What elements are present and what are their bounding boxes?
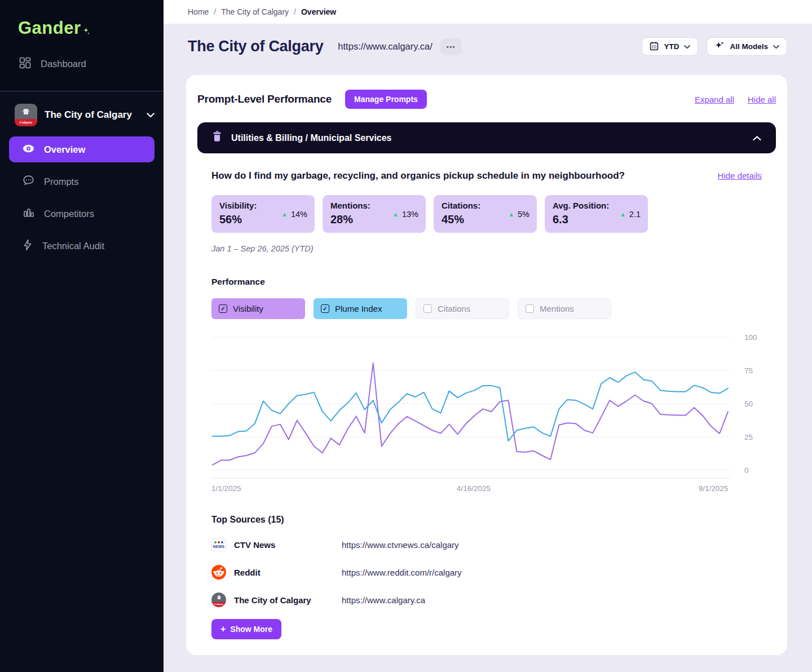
expand-all-link[interactable]: Expand all [695,95,734,104]
breadcrumb-separator: / [294,7,296,16]
sidebar-item-overview[interactable]: Overview [9,136,155,162]
svg-text:75: 75 [744,366,753,375]
toggle-label: Plume Index [335,304,382,313]
eye-icon [23,144,34,155]
models-select-button[interactable]: All Models [707,37,787,56]
ctv-news-icon: NEWS [211,538,226,551]
metric-delta-value: 13% [402,210,418,219]
metric-card-mentions: Mentions: 28% ▲13% [323,195,426,233]
chevron-down-icon [773,42,779,51]
breadcrumb-separator: / [214,7,216,16]
breadcrumb: Home / The City of Calgary / Overview [164,0,812,24]
metric-label: Avg. Position: [553,201,640,210]
x-tick-label: 9/1/2025 [699,484,729,493]
svg-text:0: 0 [744,466,749,475]
chevron-up-icon[interactable] [753,133,761,143]
logo-sparkle-icon [82,19,90,39]
metric-card-visibility: Visibility: 56% ▲14% [211,195,315,233]
triangle-up-icon: ▲ [620,211,626,218]
x-tick-label: 4/16/2025 [457,484,491,493]
metric-label: Visibility: [219,201,307,210]
source-name: Reddit [234,568,342,577]
calendar-icon [650,41,659,52]
breadcrumb-org[interactable]: The City of Calgary [221,7,289,16]
metric-delta-value: 2.1 [629,210,641,219]
date-range-note: Jan 1 – Sep 26, 2025 (YTD) [211,244,762,253]
org-selector[interactable]: Calgary The City of Calgary [15,104,155,126]
sidebar-item-label: Prompts [44,176,78,187]
checkbox-unchecked-icon [526,304,534,313]
metric-card-avg-position: Avg. Position: 6.3 ▲2.1 [545,195,648,233]
card-title: Prompt-Level Performance [197,93,332,105]
hide-all-link[interactable]: Hide all [748,95,776,104]
toggle-chip-2[interactable]: Citations [416,298,509,319]
page-title: The City of Calgary [188,38,323,55]
source-name: CTV News [234,540,342,550]
source-row-calgary: Calgary The City of Calgary https://www.… [211,592,762,608]
dashboard-grid-icon [19,57,31,71]
calgary-badge-text: Calgary [15,119,37,126]
sidebar-item-dashboard[interactable]: Dashboard [0,52,164,76]
performance-line-chart: 0255075100 1/1/2025 4/16/2025 9/1/2025 [211,334,775,496]
sidebar-item-competitors[interactable]: Competitors [9,201,155,227]
show-more-button[interactable]: + Show More [211,619,281,639]
chevron-down-icon [147,110,155,120]
source-url[interactable]: https://www.ctvnews.ca/calgary [342,540,459,550]
more-options-button[interactable]: ••• [440,38,462,55]
svg-text:100: 100 [744,334,757,342]
checkbox-checked-icon: ✓ [321,304,329,313]
question-row: How do I find my garbage, recycling, and… [211,170,762,182]
sidebar-top-section: Gander Dashboard [0,0,164,91]
sidebar-item-label: Dashboard [41,59,86,69]
period-label: YTD [664,42,679,51]
prompt-performance-card: Prompt-Level Performance Manage Prompts … [186,75,787,655]
metric-card-citations: Citations: 45% ▲5% [434,195,537,233]
triangle-up-icon: ▲ [508,211,514,218]
chart-plot: 0255075100 [211,334,767,479]
prompt-question: How do I find my garbage, recycling, and… [211,170,625,182]
toggle-chip-1[interactable]: ✓ Plume Index [314,298,407,319]
source-url[interactable]: https://www.reddit.com/r/calgary [342,568,462,577]
x-tick-label: 1/1/2025 [211,484,241,493]
calgary-org-icon: Calgary [15,104,37,126]
main-area: Home / The City of Calgary / Overview Th… [164,0,812,672]
metric-label: Mentions: [330,201,418,210]
calgary-icon: Calgary [211,593,226,607]
org-name: The City of Calgary [45,109,139,121]
page-header: The City of Calgary https://www.calgary.… [188,37,787,56]
toggle-chip-3[interactable]: Mentions [518,298,611,319]
metrics-row: Visibility: 56% ▲14% Mentions: 28% ▲13% … [211,195,762,233]
breadcrumb-current: Overview [301,7,336,16]
sidebar-item-prompts[interactable]: Prompts [9,169,155,194]
triangle-up-icon: ▲ [392,211,399,218]
sparkle-icon [714,41,725,52]
app-logo: Gander [0,0,164,39]
chevron-down-icon [684,42,690,51]
speech-bubble-icon [23,175,34,188]
sidebar-nav: Overview Prompts Competitors [9,136,155,259]
chart-x-axis: 1/1/2025 4/16/2025 9/1/2025 [211,484,775,496]
sidebar-item-technical-audit[interactable]: Technical Audit [9,233,155,259]
series-toggles: ✓ Visibility ✓ Plume Index Citations Men… [211,298,762,319]
svg-text:25: 25 [744,433,753,441]
source-url[interactable]: https://www.calgary.ca [342,595,425,605]
ellipsis-icon: ••• [447,43,456,50]
metric-delta-value: 5% [518,210,529,219]
checkbox-unchecked-icon [423,304,432,313]
breadcrumb-home[interactable]: Home [188,7,209,16]
triangle-up-icon: ▲ [281,211,288,218]
svg-text:50: 50 [744,400,753,408]
period-select-button[interactable]: YTD [642,37,698,56]
metric-label: Citations: [442,201,529,210]
source-name: The City of Calgary [234,595,342,605]
source-row-reddit: Reddit https://www.reddit.com/r/calgary [211,564,762,580]
toggle-label: Citations [438,304,470,313]
category-accordion-header[interactable]: Utilities & Billing / Municipal Services [197,122,776,153]
trash-bin-icon [212,131,222,145]
toggle-chip-0[interactable]: ✓ Visibility [211,298,305,319]
accordion-title: Utilities & Billing / Municipal Services [231,133,392,143]
page-url[interactable]: https://www.calgary.ca/ [338,41,433,52]
manage-prompts-button[interactable]: Manage Prompts [345,90,427,109]
sidebar-item-label: Overview [44,144,85,155]
hide-details-link[interactable]: Hide details [718,171,762,180]
